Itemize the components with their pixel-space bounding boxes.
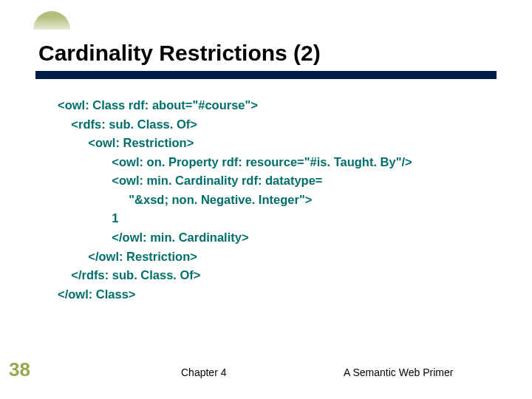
slide-title: Cardinality Restrictions (2)	[38, 41, 321, 66]
code-line: </rdfs: sub. Class. Of>	[58, 268, 200, 282]
code-line: </owl: min. Cardinality>	[58, 231, 249, 244]
code-line: 1	[58, 211, 119, 225]
code-snippet: <owl: Class rdf: about="#course"> <rdfs:…	[58, 96, 412, 304]
code-line: <owl: Restriction>	[58, 136, 194, 149]
code-line: </owl: Class>	[58, 287, 135, 301]
footer-book-title: A Semantic Web Primer	[344, 366, 453, 378]
code-line: </owl: Restriction>	[58, 250, 197, 263]
code-line: <owl: Class rdf: about="#course">	[58, 98, 258, 112]
slide-number: 38	[9, 358, 30, 381]
code-line: <owl: min. Cardinality rdf: datatype=	[58, 174, 322, 187]
title-underline-bar	[35, 71, 497, 79]
code-line: <owl: on. Property rdf: resource="#is. T…	[58, 155, 412, 168]
footer-chapter: Chapter 4	[181, 366, 226, 378]
code-line: <rdfs: sub. Class. Of>	[58, 117, 197, 131]
code-line: "&xsd; non. Negative. Integer">	[58, 193, 312, 206]
